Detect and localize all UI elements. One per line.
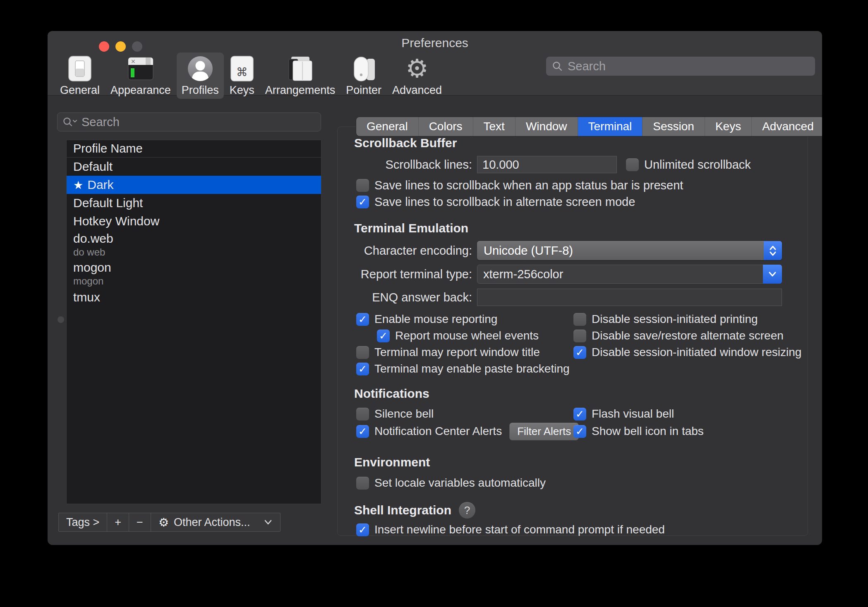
- toolbar-item-label: Arrangements: [265, 84, 336, 97]
- tab-window[interactable]: Window: [516, 117, 578, 136]
- splitter-dot: [58, 316, 64, 323]
- toolbar-item-label: Pointer: [346, 84, 381, 97]
- profile-section-tabs: General Colors Text Window Terminal Sess…: [356, 117, 822, 136]
- enq-label: ENQ answer back:: [348, 291, 472, 304]
- disable-alternate-label: Disable save/restore alternate screen: [592, 329, 784, 342]
- toolbar-item-appearance[interactable]: × Appearance: [106, 53, 176, 99]
- window-chrome: Preferences General: [48, 31, 822, 96]
- character-encoding-popup[interactable]: Unicode (UTF-8): [477, 241, 782, 260]
- toolbar-item-label: Advanced: [392, 84, 442, 97]
- scrollback-lines-input[interactable]: [477, 156, 617, 173]
- profile-actions-bar: Tags > + − ⚙ Other Actions...: [58, 513, 281, 532]
- profile-row[interactable]: ★Default: [67, 158, 321, 176]
- command-key-icon: ⌘: [230, 55, 254, 82]
- profile-list: Profile Name ★Default ★Dark Default Ligh…: [66, 140, 321, 504]
- profile-row[interactable]: Hotkey Window: [67, 212, 321, 230]
- notifications-heading: Notifications: [354, 387, 429, 401]
- shell-integration-title: Shell Integration: [354, 503, 451, 517]
- add-profile-button[interactable]: +: [107, 513, 129, 531]
- unlimited-scrollback-checkbox[interactable]: ✓: [626, 158, 639, 171]
- save-alternate-label: Save lines to scrollback in alternate sc…: [374, 195, 635, 209]
- insert-newline-label: Insert newline before start of command p…: [374, 523, 665, 536]
- scrollback-lines-label: Scrollback lines:: [348, 158, 472, 172]
- nc-alerts-checkbox[interactable]: ✓: [356, 425, 369, 438]
- toolbar-item-pointer[interactable]: Pointer: [341, 53, 386, 99]
- terminal-settings-pane: Scrollback Buffer Scrollback lines: ✓ Un…: [337, 127, 808, 536]
- tab-text[interactable]: Text: [473, 117, 516, 136]
- tab-general[interactable]: General: [356, 117, 419, 136]
- close-button[interactable]: [99, 41, 109, 52]
- profile-list-header: Profile Name: [67, 140, 321, 158]
- emulation-heading: Terminal Emulation: [354, 221, 468, 235]
- chevron-down-icon: [264, 519, 273, 525]
- flash-bell-label: Flash visual bell: [592, 407, 674, 421]
- other-actions-dropdown[interactable]: ⚙ Other Actions...: [151, 513, 280, 531]
- report-window-title-checkbox[interactable]: ✓: [356, 346, 369, 359]
- gear-icon: ⚙: [405, 55, 429, 82]
- profile-row[interactable]: Default Light: [67, 194, 321, 212]
- tab-session[interactable]: Session: [643, 117, 705, 136]
- toolbar-item-advanced[interactable]: ⚙ Advanced: [387, 53, 447, 99]
- save-statusbar-label: Save lines to scrollback when an app sta…: [374, 179, 683, 192]
- toolbar-item-label: Keys: [230, 84, 254, 97]
- profile-row[interactable]: ★Dark: [67, 176, 321, 194]
- bell-icon-tabs-checkbox[interactable]: ✓: [573, 425, 586, 438]
- locale-checkbox[interactable]: ✓: [356, 477, 369, 490]
- tab-keys[interactable]: Keys: [705, 117, 752, 136]
- tab-colors[interactable]: Colors: [419, 117, 473, 136]
- person-avatar-icon: [187, 55, 214, 82]
- search-menu-icon: [62, 117, 77, 127]
- enq-input[interactable]: [477, 289, 782, 306]
- toolbar-item-arrangements[interactable]: Arrangements: [260, 53, 340, 99]
- silence-bell-label: Silence bell: [374, 407, 434, 421]
- profile-search-field[interactable]: [57, 112, 321, 131]
- star-icon: ★: [73, 179, 83, 191]
- search-input[interactable]: [568, 60, 809, 73]
- mouse-reporting-checkbox[interactable]: ✓: [356, 313, 369, 326]
- disable-alternate-checkbox[interactable]: ✓: [573, 330, 586, 342]
- silence-bell-checkbox[interactable]: ✓: [356, 408, 369, 421]
- insert-newline-checkbox[interactable]: ✓: [356, 523, 369, 536]
- save-statusbar-checkbox[interactable]: ✓: [356, 179, 369, 192]
- toolbar-item-keys[interactable]: ⌘ Keys: [225, 53, 259, 99]
- tags-button[interactable]: Tags >: [59, 513, 107, 531]
- save-alternate-checkbox[interactable]: ✓: [356, 196, 369, 208]
- tab-advanced[interactable]: Advanced: [752, 117, 822, 136]
- terminal-type-label: Report terminal type:: [348, 268, 472, 281]
- profile-search-input[interactable]: [82, 115, 316, 129]
- disable-resizing-checkbox[interactable]: ✓: [573, 346, 586, 359]
- zoom-button[interactable]: [132, 41, 142, 52]
- filter-alerts-button[interactable]: Filter Alerts: [509, 423, 579, 440]
- remove-profile-button[interactable]: −: [129, 513, 151, 531]
- report-window-title-label: Terminal may report window title: [374, 346, 540, 359]
- profile-row[interactable]: mogon mogon: [67, 259, 321, 288]
- flash-bell-checkbox[interactable]: ✓: [573, 408, 586, 421]
- shell-integration-heading: Shell Integration ?: [354, 502, 475, 519]
- window-stack-icon: [287, 55, 314, 82]
- character-encoding-label: Character encoding:: [348, 244, 472, 258]
- terminal-type-combobox[interactable]: xterm-256color: [477, 265, 782, 284]
- toolbar-item-profiles[interactable]: Profiles: [177, 53, 224, 99]
- unlimited-scrollback-label: Unlimited scrollback: [644, 158, 751, 172]
- mouse-wheel-checkbox[interactable]: ✓: [377, 330, 390, 342]
- profile-subtitle: mogon: [73, 275, 321, 287]
- paste-bracketing-label: Terminal may enable paste bracketing: [374, 362, 570, 375]
- chevron-down-icon: [763, 265, 782, 284]
- toolbar-search-field[interactable]: [546, 57, 815, 76]
- help-button[interactable]: ?: [459, 502, 475, 519]
- svg-text:⌘: ⌘: [236, 65, 248, 79]
- toolbar-item-label: Profiles: [182, 84, 219, 97]
- environment-heading: Environment: [354, 455, 430, 469]
- svg-text:×: ×: [131, 58, 136, 65]
- minimize-button[interactable]: [115, 41, 126, 52]
- disable-resizing-label: Disable session-initiated window resizin…: [592, 346, 801, 359]
- disable-printing-label: Disable session-initiated printing: [592, 313, 758, 326]
- tab-terminal[interactable]: Terminal: [578, 117, 643, 136]
- paste-bracketing-checkbox[interactable]: ✓: [356, 363, 369, 375]
- profile-row[interactable]: do.web do web: [67, 230, 321, 259]
- toolbar-item-general[interactable]: General: [55, 53, 105, 99]
- profile-subtitle: do web: [73, 246, 321, 258]
- stepper-chevrons-icon: [764, 241, 782, 260]
- disable-printing-checkbox[interactable]: ✓: [573, 313, 586, 326]
- profile-row[interactable]: tmux: [67, 288, 321, 306]
